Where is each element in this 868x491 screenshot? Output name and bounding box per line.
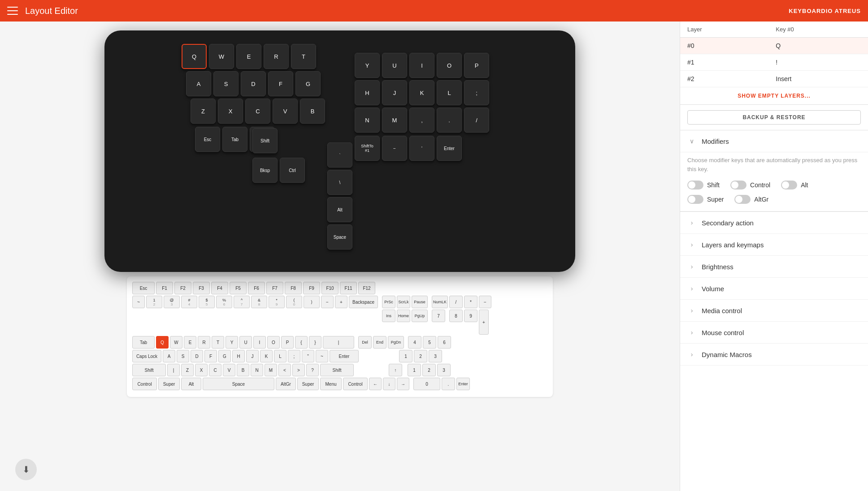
vk-key-l-vk[interactable]: L: [274, 350, 286, 362]
key-backslash[interactable]: \: [327, 170, 352, 195]
key-n[interactable]: N: [355, 108, 380, 133]
vk-key-backslash[interactable]: |: [323, 336, 354, 349]
vk-key-pgdn[interactable]: PgDn: [388, 336, 404, 349]
key-enter[interactable]: Enter: [437, 136, 462, 161]
vk-key-t-vk[interactable]: T: [212, 336, 224, 349]
vk-key-super-right[interactable]: Super: [297, 378, 319, 390]
vk-key-f5[interactable]: F5: [230, 282, 247, 294]
volume-section[interactable]: › Volume: [680, 278, 868, 300]
key-i[interactable]: I: [409, 53, 434, 78]
vk-key-f4[interactable]: F4: [211, 282, 228, 294]
vk-key-num0[interactable]: 0: [413, 378, 440, 390]
key-b[interactable]: B: [300, 99, 325, 124]
alt-toggle[interactable]: [781, 181, 797, 190]
vk-key-num8[interactable]: 8: [449, 310, 463, 322]
vk-key-n-vk[interactable]: N: [251, 364, 263, 376]
vk-key-ctrl-left[interactable]: Control: [132, 378, 157, 390]
vk-key-space-vk[interactable]: Space: [203, 378, 274, 390]
vk-key-capslock[interactable]: Caps Lock: [132, 350, 161, 362]
altgr-toggle[interactable]: [734, 195, 751, 204]
vk-key-quote-vk[interactable]: ": [302, 350, 314, 362]
vk-key-f9[interactable]: F9: [303, 282, 320, 294]
key-u[interactable]: U: [382, 53, 407, 78]
vk-key-4[interactable]: $5: [199, 296, 215, 308]
vk-key-enter[interactable]: Enter: [330, 350, 359, 362]
brightness-section[interactable]: › Brightness: [680, 256, 868, 278]
vk-key-pause[interactable]: Pause: [412, 296, 428, 308]
vk-key-num4[interactable]: 4: [408, 336, 421, 349]
key-z[interactable]: Z: [191, 99, 216, 124]
vk-key-ctrl-right[interactable]: Control: [343, 378, 368, 390]
vk-key-gt[interactable]: >: [292, 364, 305, 376]
super-toggle[interactable]: [687, 195, 703, 204]
vk-key-num-dot[interactable]: .: [442, 378, 455, 390]
vk-key-i-vk[interactable]: I: [253, 336, 266, 349]
key-bksp[interactable]: Bksp: [252, 158, 278, 183]
vk-key-j-vk[interactable]: J: [246, 350, 259, 362]
key-y[interactable]: Y: [355, 53, 380, 78]
vk-key-bslash2[interactable]: |: [167, 364, 180, 376]
key-f[interactable]: F: [268, 71, 293, 96]
key-p[interactable]: P: [464, 53, 489, 78]
layers-keymaps-section[interactable]: › Layers and keymaps: [680, 234, 868, 256]
vk-key-num3[interactable]: 3: [429, 350, 442, 362]
vk-key-num-num3[interactable]: 3: [437, 364, 451, 376]
vk-key-h-vk[interactable]: H: [232, 350, 245, 362]
vk-key-z-vk[interactable]: Z: [181, 364, 194, 376]
key-d[interactable]: D: [241, 71, 266, 96]
vk-key-p-vk[interactable]: P: [281, 336, 294, 349]
vk-key-1[interactable]: 12: [146, 296, 162, 308]
vk-key-f6[interactable]: F6: [248, 282, 265, 294]
vk-key-del[interactable]: Del: [358, 336, 372, 349]
vk-key-home[interactable]: Home: [397, 310, 410, 322]
layer-row-0[interactable]: #0 Q: [680, 38, 868, 54]
key-k[interactable]: K: [409, 80, 434, 105]
key-e[interactable]: E: [236, 44, 261, 69]
vk-key-5[interactable]: %6: [216, 296, 232, 308]
modifiers-section-header[interactable]: ∨ Modifiers: [680, 130, 868, 152]
vk-key-b-vk[interactable]: B: [237, 364, 249, 376]
vk-key-f8[interactable]: F8: [285, 282, 302, 294]
vk-key-num-plus[interactable]: +: [479, 310, 489, 335]
media-control-section[interactable]: › Media control: [680, 300, 868, 322]
key-x[interactable]: X: [218, 99, 243, 124]
vk-key-grave-vk[interactable]: ~: [316, 350, 328, 362]
key-t[interactable]: T: [291, 44, 316, 69]
vk-key-rbrace[interactable]: }: [309, 336, 321, 349]
vk-key-q[interactable]: Q: [156, 336, 169, 349]
mouse-control-section[interactable]: › Mouse control: [680, 322, 868, 344]
vk-key-shift-right[interactable]: Shift: [320, 364, 354, 376]
vk-key-ins[interactable]: Ins: [382, 310, 395, 322]
key-j[interactable]: J: [382, 80, 407, 105]
vk-key-num-minus[interactable]: −: [479, 296, 491, 308]
key-period[interactable]: .: [437, 108, 462, 133]
vk-key-num9[interactable]: 9: [464, 310, 477, 322]
vk-key-numlk[interactable]: NumLK: [432, 296, 448, 308]
vk-key-num-slash[interactable]: /: [449, 296, 463, 308]
menu-icon[interactable]: [7, 7, 18, 15]
key-backtick[interactable]: `: [327, 142, 352, 168]
vk-key-num5[interactable]: 5: [423, 336, 436, 349]
vk-key-num-num1[interactable]: 1: [408, 364, 421, 376]
vk-key-end[interactable]: End: [373, 336, 386, 349]
dynamic-macros-section[interactable]: › Dynamic Macros: [680, 344, 868, 366]
key-alt-left[interactable]: Alt: [327, 197, 352, 222]
shift-toggle[interactable]: [687, 181, 703, 190]
backup-restore-button[interactable]: BACKUP & RESTORE: [687, 110, 861, 125]
vk-key-tab[interactable]: Tab: [132, 336, 155, 349]
vk-key-pgup[interactable]: PgUp: [412, 310, 428, 322]
vk-key-num2[interactable]: 2: [414, 350, 427, 362]
vk-key-f2[interactable]: F2: [174, 282, 191, 294]
vk-key-7[interactable]: &8: [251, 296, 267, 308]
key-v[interactable]: V: [273, 99, 298, 124]
key-s[interactable]: S: [213, 71, 239, 96]
vk-key-alt-left-vk[interactable]: Alt: [181, 378, 201, 390]
vk-key-prscr[interactable]: PrSc: [382, 296, 395, 308]
layer-row-2[interactable]: #2 Insert: [680, 71, 868, 87]
vk-key-lt[interactable]: <: [278, 364, 291, 376]
vk-key-super-left[interactable]: Super: [158, 378, 180, 390]
show-empty-layers-button[interactable]: SHOW EMPTY LAYERS...: [680, 87, 868, 104]
key-shift-left[interactable]: Shift: [252, 128, 278, 153]
vk-key-altgr[interactable]: AltGr: [276, 378, 296, 390]
vk-key-f12[interactable]: F12: [358, 282, 375, 294]
